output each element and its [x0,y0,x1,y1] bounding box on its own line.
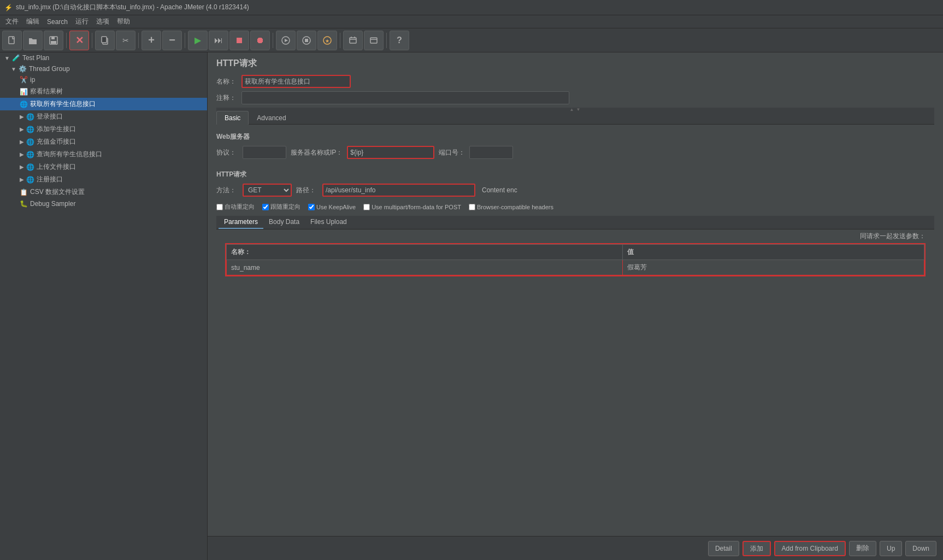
menu-help[interactable]: 帮助 [114,16,133,27]
stop-button[interactable]: ⏹ [229,31,249,50]
remove-button[interactable]: − [162,31,182,50]
comment-row: 注释： [216,91,934,104]
results-icon: 📊 [20,88,28,96]
menu-options[interactable]: 选项 [93,16,113,27]
param-value-cell[interactable]: 假葛芳 [623,260,924,275]
comment-input[interactable] [241,91,569,104]
method-select[interactable]: GET POST PUT DELETE [243,184,292,197]
http-request-sub-title: HTTP请求 [216,169,934,181]
multipart-label: Use multipart/form-data for POST [372,204,461,210]
title-bar: ⚡ stu_info.jmx (D:\自动化接口脚本本\stu_info.jmx… [0,0,943,15]
server-input[interactable] [347,146,434,159]
tree-item-login[interactable]: ▶ 🌐 登录接口 [0,110,207,123]
multipart-input[interactable] [363,204,370,210]
remote-stop-button[interactable] [297,31,316,50]
delete-button[interactable]: 删除 [849,541,876,556]
tab-basic[interactable]: Basic [216,111,249,125]
down-button[interactable]: Down [905,541,936,556]
upload-icon: 🌐 [26,163,34,171]
follow-redirect-checkbox[interactable]: 跟随重定向 [262,203,300,211]
add-from-clipboard-button[interactable]: Add from Clipboard [774,541,846,556]
main-layout: ▼ 🧪 Test Plan ▼ ⚙️ Thread Group ✂️ ip 📊 … [0,52,943,560]
path-input[interactable] [322,184,475,197]
tree-item-thread-group[interactable]: ▼ ⚙️ Thread Group [0,63,207,74]
toolbar-sep-5 [273,33,273,48]
path-label: 路径： [296,186,318,195]
protocol-input[interactable] [243,146,286,159]
content-area: HTTP请求 名称： 注释： ▲ ▼ Basic Advanced [208,52,943,309]
subtab-files-upload[interactable]: Files Upload [305,216,352,229]
multipart-checkbox[interactable]: Use multipart/form-data for POST [363,204,461,210]
copy-button[interactable] [95,31,115,50]
tree-item-stu-info[interactable]: 🌐 获取所有学生信息接口 [0,98,207,110]
recharge-icon: 🌐 [26,138,34,146]
save-button[interactable] [44,31,63,50]
params-table-wrapper: 名称： 值 stu_name 假葛芳 [225,243,926,276]
name-label: 名称： [216,77,238,86]
open-button[interactable] [23,31,43,50]
clear-button[interactable] [343,31,363,50]
comment-label: 注释： [216,93,238,103]
keepalive-checkbox[interactable]: Use KeepAlive [308,204,356,210]
svg-rect-5 [102,37,107,43]
tree-item-upload[interactable]: ▶ 🌐 上传文件接口 [0,161,207,173]
help-button[interactable]: ? [390,31,409,50]
add-button-bottom[interactable]: 添加 [742,541,771,556]
subtab-parameters[interactable]: Parameters [219,216,263,229]
test-plan-icon: 🧪 [12,54,20,62]
menu-run[interactable]: 运行 [72,16,92,27]
play-button[interactable]: ▶ [188,31,208,50]
clear-all-button[interactable] [364,31,384,50]
toolbar-sep-6 [340,33,340,48]
up-button[interactable]: Up [880,541,902,556]
auto-redirect-checkbox[interactable]: 自动重定向 [216,203,255,211]
follow-redirect-input[interactable] [262,204,269,210]
tree-item-test-plan[interactable]: ▼ 🧪 Test Plan [0,52,207,63]
play-no-pause-button[interactable]: ⏭ [209,31,228,50]
debug-icon: 🐛 [20,200,28,208]
browser-headers-input[interactable] [469,204,475,210]
tree-item-ip[interactable]: ✂️ ip [0,74,207,85]
menu-search[interactable]: Search [44,17,71,27]
param-name-cell[interactable]: stu_name [227,260,623,275]
svg-rect-12 [350,38,356,43]
close-button[interactable]: ✕ [69,31,89,50]
keepalive-input[interactable] [308,204,315,210]
tree-item-recharge[interactable]: ▶ 🌐 充值金币接口 [0,135,207,148]
name-input[interactable] [241,75,351,88]
left-panel: ▼ 🧪 Test Plan ▼ ⚙️ Thread Group ✂️ ip 📊 … [0,52,208,560]
login-icon: 🌐 [26,113,34,121]
toolbar-sep-2 [92,33,92,48]
thread-group-icon: ⚙️ [19,65,27,73]
menu-edit[interactable]: 编辑 [23,16,43,27]
tree-item-query-student[interactable]: ▶ 🌐 查询所有学生信息接口 [0,148,207,161]
tree-item-register[interactable]: ▶ 🌐 注册接口 [0,173,207,186]
tree-item-add-student[interactable]: ▶ 🌐 添加学生接口 [0,123,207,135]
subtab-body-data[interactable]: Body Data [263,216,305,229]
toolbar-sep-3 [138,33,139,48]
toolbar-sep-7 [386,33,387,48]
auto-redirect-input[interactable] [216,204,223,210]
tab-advanced[interactable]: Advanced [249,111,294,125]
menu-file[interactable]: 文件 [2,16,22,27]
tree-item-debug[interactable]: 🐛 Debug Sampler [0,198,207,209]
stop-now-button[interactable]: ⏺ [250,31,270,50]
col-value-header: 值 [623,245,924,260]
new-button[interactable] [2,31,22,50]
tree-item-results-tree[interactable]: 📊 察看结果树 [0,85,207,98]
toolbar: ✕ ✂ + − ▶ ⏭ ⏹ ⏺ ★ ? [0,28,943,52]
svg-marker-7 [285,39,288,42]
cut-button[interactable]: ✂ [116,31,135,50]
server-row: 协议： 服务器名称或IP： 端口号： [216,146,934,159]
name-row: 名称： [216,75,934,88]
remote-all-button[interactable]: ★ [317,31,337,50]
web-server-section: Web服务器 协议： 服务器名称或IP： 端口号： [216,125,934,163]
remote-start-button[interactable] [276,31,296,50]
content-enc-label: Content enc [482,186,517,194]
add-button[interactable]: + [142,31,161,50]
port-input[interactable] [469,146,513,159]
detail-button[interactable]: Detail [708,541,739,556]
browser-headers-checkbox[interactable]: Browser-compatible headers [469,204,553,210]
auto-redirect-label: 自动重定向 [225,203,255,211]
tree-item-csv[interactable]: 📋 CSV 数据文件设置 [0,186,207,198]
